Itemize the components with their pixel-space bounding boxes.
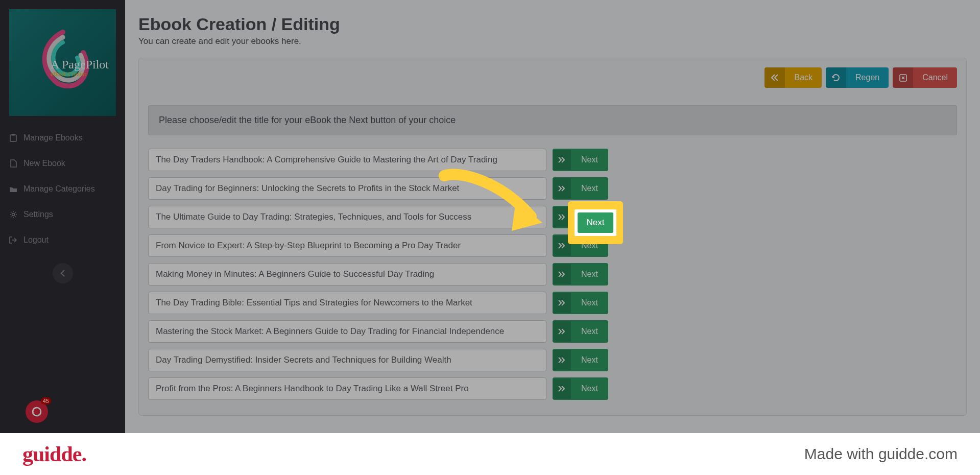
title-row: Next xyxy=(148,377,957,400)
logo-sub-text: eBook Creator xyxy=(51,70,109,78)
at-icon xyxy=(30,405,43,418)
next-label: Next xyxy=(571,298,608,307)
logo-brand-text: A PagePilot xyxy=(51,58,109,71)
chevron-double-right-icon xyxy=(553,150,571,170)
next-button[interactable]: Next xyxy=(553,263,608,286)
clipboard-icon xyxy=(9,134,17,142)
chevron-double-right-icon xyxy=(553,178,571,199)
next-button[interactable]: Next xyxy=(553,177,608,200)
editor-card: Back Regen Cancel Please choose/edit the… xyxy=(138,58,967,416)
title-input[interactable] xyxy=(148,320,546,343)
title-input[interactable] xyxy=(148,349,546,371)
sidebar-item-label: Manage Categories xyxy=(23,184,95,194)
next-button[interactable]: Next xyxy=(553,292,608,314)
app-logo: A PagePilot eBook Creator xyxy=(9,9,116,116)
cancel-button[interactable]: Cancel xyxy=(893,67,957,88)
next-button[interactable]: Next xyxy=(553,377,608,400)
chevron-double-right-icon xyxy=(553,350,571,370)
title-input[interactable] xyxy=(148,292,546,314)
instruction-banner: Please choose/edit the title for your eB… xyxy=(148,105,957,135)
sidebar: A PagePilot eBook Creator Manage Ebooks … xyxy=(0,0,125,433)
sidebar-item-manage-categories[interactable]: Manage Categories xyxy=(0,176,125,202)
notification-badge[interactable]: 45 xyxy=(26,400,48,423)
title-input[interactable] xyxy=(148,149,546,171)
next-button[interactable]: Next xyxy=(553,320,608,343)
chevron-double-right-icon xyxy=(553,293,571,313)
title-row: Next xyxy=(148,234,957,257)
sidebar-item-label: Logout xyxy=(23,235,49,245)
next-label: Next xyxy=(571,384,608,393)
folder-icon xyxy=(9,185,17,193)
file-icon xyxy=(9,159,17,168)
regen-button[interactable]: Regen xyxy=(826,67,889,88)
svg-rect-1 xyxy=(12,134,15,136)
tutorial-highlight: Next xyxy=(570,203,621,242)
title-input[interactable] xyxy=(148,263,546,286)
next-label: Next xyxy=(571,155,608,164)
page-title: Ebook Creation / Editing xyxy=(138,14,967,34)
next-label: Next xyxy=(571,327,608,336)
next-label: Next xyxy=(571,355,608,365)
title-input[interactable] xyxy=(148,234,546,257)
refresh-icon xyxy=(826,67,846,88)
title-row: Next xyxy=(148,349,957,371)
title-row: Next xyxy=(148,263,957,286)
highlighted-next-button[interactable]: Next xyxy=(578,212,614,233)
sidebar-item-settings[interactable]: Settings xyxy=(0,202,125,227)
guidde-footer: guidde. Made with guidde.com xyxy=(0,433,980,475)
sidebar-item-logout[interactable]: Logout xyxy=(0,227,125,253)
title-row: Next xyxy=(148,292,957,314)
chevron-double-right-icon xyxy=(553,207,571,227)
sidebar-item-new-ebook[interactable]: New Ebook xyxy=(0,151,125,176)
action-bar: Back Regen Cancel xyxy=(148,67,957,88)
chevron-double-right-icon xyxy=(553,264,571,284)
app: A PagePilot eBook Creator Manage Ebooks … xyxy=(0,0,980,433)
chevron-double-right-icon xyxy=(553,321,571,342)
next-button[interactable]: Next xyxy=(553,149,608,171)
chevron-double-right-icon xyxy=(553,378,571,399)
title-input[interactable] xyxy=(148,377,546,400)
sidebar-item-manage-ebooks[interactable]: Manage Ebooks xyxy=(0,125,125,151)
sidebar-item-label: New Ebook xyxy=(23,159,65,168)
sidebar-nav: Manage Ebooks New Ebook Manage Categorie… xyxy=(0,125,125,253)
logout-icon xyxy=(9,236,17,244)
back-button[interactable]: Back xyxy=(764,67,822,88)
gear-icon xyxy=(9,210,17,219)
footer-text: Made with guidde.com xyxy=(804,445,958,463)
highlight-inner: Next xyxy=(575,209,617,236)
title-input[interactable] xyxy=(148,206,546,228)
svg-rect-0 xyxy=(10,135,16,141)
guidde-logo: guidde. xyxy=(22,442,86,466)
close-square-icon xyxy=(893,67,913,88)
title-row: Next xyxy=(148,177,957,200)
sidebar-collapse-button[interactable] xyxy=(53,263,73,283)
badge-count: 45 xyxy=(41,397,51,405)
sidebar-item-label: Settings xyxy=(23,210,53,219)
next-label: Next xyxy=(571,241,608,250)
chevron-double-left-icon xyxy=(764,67,785,88)
title-list: NextNextNextNextNextNextNextNextNext xyxy=(148,149,957,400)
next-label: Next xyxy=(571,184,608,193)
title-input[interactable] xyxy=(148,177,546,200)
title-row: Next xyxy=(148,206,957,228)
chevron-double-right-icon xyxy=(553,235,571,256)
main-content: Ebook Creation / Editing You can create … xyxy=(125,0,980,433)
title-row: Next xyxy=(148,320,957,343)
chevron-left-icon xyxy=(60,270,65,277)
regen-label: Regen xyxy=(846,73,889,82)
back-label: Back xyxy=(785,73,822,82)
page-subtitle: You can create and edit your ebooks here… xyxy=(138,36,967,46)
sidebar-item-label: Manage Ebooks xyxy=(23,133,83,142)
next-button[interactable]: Next xyxy=(553,349,608,371)
next-label: Next xyxy=(571,270,608,279)
cancel-label: Cancel xyxy=(913,73,957,82)
svg-point-2 xyxy=(12,213,15,216)
title-row: Next xyxy=(148,149,957,171)
